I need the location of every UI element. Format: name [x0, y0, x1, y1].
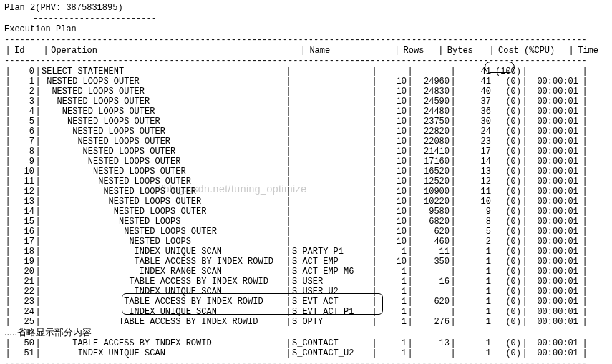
cell-cost: 12 [457, 177, 491, 187]
hdr-cost: Cost (%CPU) [495, 46, 563, 56]
cell-rows: 10 [378, 127, 407, 137]
cell-time: 00:00:01 [528, 307, 581, 318]
cell-id: 51 [11, 348, 34, 359]
cell-cpu: (0) [491, 167, 521, 177]
cell-time: 00:00:01 [528, 297, 581, 308]
cell-rows: 10 [378, 187, 407, 197]
cell-cost: 1 [457, 307, 491, 318]
cell-name: S_ACT_EMP_M6 [292, 267, 371, 277]
plan-row: |50| TABLE ACCESS BY INDEX ROWID|S_CONTA… [4, 338, 608, 348]
cell-operation: TABLE ACCESS BY INDEX ROWID [42, 297, 285, 308]
cell-operation: NESTED LOOPS OUTER [42, 87, 285, 97]
plan-header-row: |Id |Operation |Name |Rows |Bytes |Cost … [4, 46, 608, 56]
cell-cost: 14 [457, 157, 491, 167]
cell-rows: 10 [378, 167, 407, 177]
plan-row: |7| NESTED LOOPS OUTER||10|22080|23(0)|0… [4, 137, 608, 147]
plan-row: |8| NESTED LOOPS OUTER||10|21410|17(0)|0… [4, 147, 608, 157]
cell-name: S_PARTY_P1 [292, 247, 371, 257]
cell-cost: 13 [457, 167, 491, 177]
cell-id: 14 [11, 207, 34, 217]
cell-cpu: (0) [491, 317, 521, 328]
cell-id: 24 [11, 307, 34, 318]
hdr-time: Time [575, 46, 612, 56]
cell-rows: 10 [378, 77, 407, 87]
cell-operation: NESTED LOOPS OUTER [42, 117, 285, 127]
cell-cost: 1 [457, 267, 491, 277]
cell-id: 18 [11, 247, 34, 257]
cell-bytes: 21410 [414, 147, 450, 157]
cell-id: 3 [11, 97, 34, 107]
cell-id: 22 [11, 287, 34, 297]
cell-time: 00:00:01 [528, 197, 581, 207]
cell-cpu: (0) [491, 157, 521, 167]
plan-row: |24| INDEX UNIQUE SCAN|S_EVT_ACT_P1|1||1… [4, 307, 608, 317]
cell-name: S_EVT_ACT [292, 297, 371, 308]
cell-id: 1 [11, 77, 34, 87]
cell-bytes: 17160 [414, 157, 450, 167]
cell-time: 00:00:01 [528, 97, 581, 107]
cell-bytes: 276 [414, 317, 450, 328]
cell-cpu: (0) [491, 287, 521, 297]
cell-time: 00:00:01 [528, 207, 581, 217]
cell-cpu: (0) [491, 348, 521, 359]
cell-time: 00:00:01 [528, 117, 581, 127]
cell-operation: NESTED LOOPS OUTER [42, 97, 285, 107]
cell-time: 00:00:01 [528, 227, 581, 237]
cell-operation: NESTED LOOPS OUTER [42, 167, 285, 177]
cell-operation: NESTED LOOPS OUTER [42, 107, 285, 117]
cell-cost: 41 [457, 77, 491, 87]
cell-cpu: (0) [491, 257, 521, 267]
plan-tail: |50| TABLE ACCESS BY INDEX ROWID|S_CONTA… [4, 338, 608, 358]
cell-operation: TABLE ACCESS BY INDEX ROWID [42, 277, 285, 287]
cell-rows: 10 [378, 217, 407, 227]
cell-operation: NESTED LOOPS [42, 237, 285, 247]
cell-bytes: 16520 [414, 167, 450, 177]
cell-cpu: (0) [491, 297, 521, 308]
cell-time: 00:00:01 [528, 267, 581, 277]
plan-row: |25| TABLE ACCESS BY INDEX ROWID|S_OPTY|… [4, 317, 608, 327]
cell-id: 2 [11, 87, 34, 97]
plan-row: |20| INDEX RANGE SCAN|S_ACT_EMP_M6|1||1(… [4, 267, 608, 277]
cell-id: 50 [11, 338, 34, 349]
cell-cost: 41 [457, 67, 491, 77]
cell-rows: 10 [378, 177, 407, 187]
cell-rows: 1 [378, 317, 407, 328]
cell-name: S_OPTY [292, 317, 371, 328]
cell-rows: 1 [378, 277, 407, 287]
cell-rows: 10 [378, 137, 407, 147]
plan-row: |13| NESTED LOOPS OUTER||10|10220|10(0)|… [4, 197, 608, 207]
cell-time: 00:00:01 [528, 107, 581, 117]
cell-name: S_ACT_EMP [292, 257, 371, 267]
cell-id: 10 [11, 167, 34, 177]
hdr-id: Id [11, 46, 37, 56]
cell-rows: 10 [378, 97, 407, 107]
cell-cost: 1 [457, 247, 491, 257]
cell-cpu: (0) [491, 177, 521, 187]
cell-bytes: 460 [414, 237, 450, 247]
plan-row: |19| TABLE ACCESS BY INDEX ROWID|S_ACT_E… [4, 257, 608, 267]
cell-operation: NESTED LOOPS OUTER [42, 177, 285, 187]
cell-cpu: (0) [491, 217, 521, 227]
cell-time: 00:00:01 [528, 187, 581, 197]
cell-cost: 30 [457, 117, 491, 127]
section-title: Execution Plan [4, 24, 608, 35]
cell-time: 00:00:01 [528, 257, 581, 267]
cell-id: 4 [11, 107, 34, 117]
cell-time: 00:00:01 [528, 237, 581, 247]
plan-row: |0|SELECT STATEMENT||||41(100)|| [4, 67, 608, 77]
plan-row: |15| NESTED LOOPS||10|6820|8(0)|00:00:01… [4, 217, 608, 227]
cell-cpu: (0) [491, 207, 521, 217]
cell-operation: NESTED LOOPS OUTER [42, 127, 285, 137]
cell-cpu: (0) [491, 107, 521, 117]
cell-rows: 10 [378, 257, 407, 267]
cell-operation: NESTED LOOPS OUTER [42, 207, 285, 217]
cell-operation: INDEX UNIQUE SCAN [42, 287, 285, 297]
plan-row: |4| NESTED LOOPS OUTER||10|24480|36(0)|0… [4, 107, 608, 117]
cell-cost: 1 [457, 297, 491, 308]
cell-cost: 1 [457, 277, 491, 287]
cell-id: 16 [11, 227, 34, 237]
cell-rows: 10 [378, 87, 407, 97]
cell-time: 00:00:01 [528, 317, 581, 328]
cell-time: 00:00:01 [528, 217, 581, 227]
cell-rows: 10 [378, 157, 407, 167]
